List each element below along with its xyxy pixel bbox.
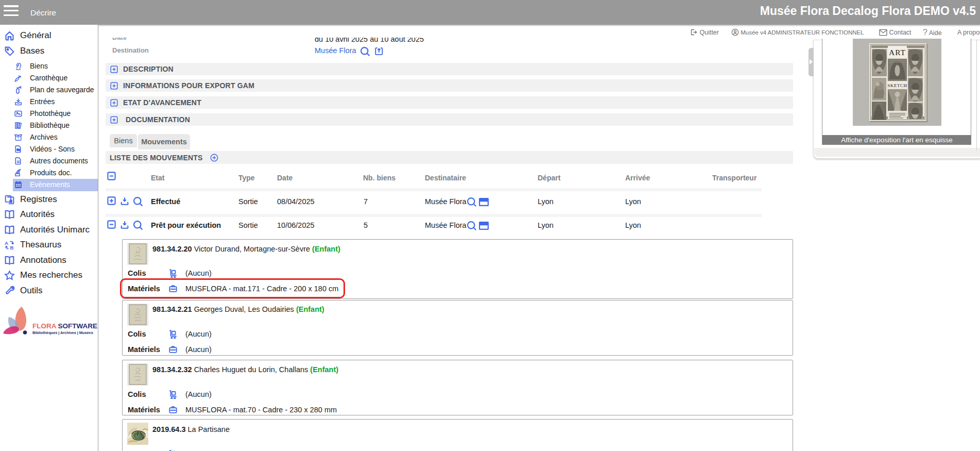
svg-text:A: A xyxy=(5,240,8,245)
svg-text:SKETCH: SKETCH xyxy=(887,83,907,88)
svg-text:Bibliothèques | Archives | Mus: Bibliothèques | Archives | Musées xyxy=(32,330,93,335)
svg-text:SOFTWARE: SOFTWARE xyxy=(58,322,98,330)
svg-text:FLORA: FLORA xyxy=(32,322,57,330)
svg-text:ART: ART xyxy=(889,48,906,57)
svg-text:B: B xyxy=(10,245,13,250)
